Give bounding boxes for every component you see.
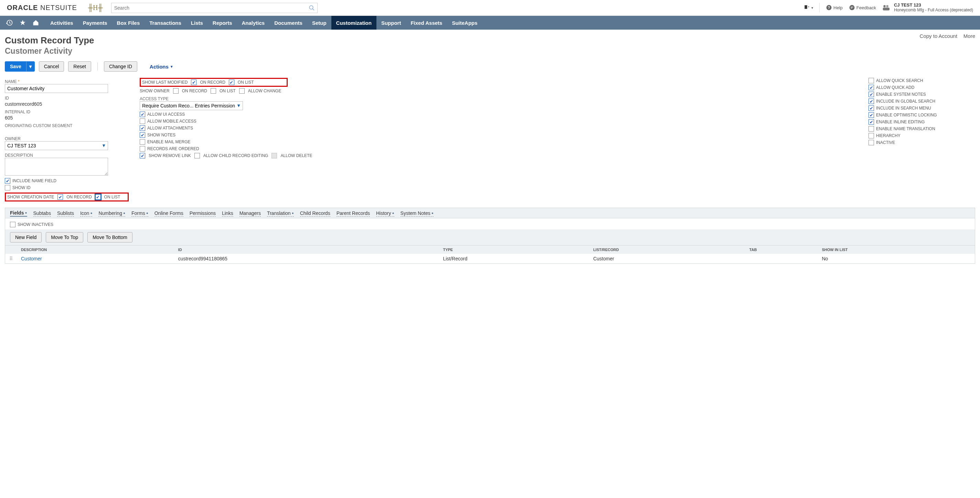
save-button[interactable]: Save▾ bbox=[5, 61, 35, 72]
row-description-link[interactable]: Customer bbox=[21, 256, 42, 262]
allow-ui-access-checkbox[interactable] bbox=[140, 112, 145, 117]
hierarchy-checkbox[interactable] bbox=[869, 133, 874, 139]
move-to-top-button[interactable]: Move To Top bbox=[46, 232, 83, 243]
show-notes-checkbox[interactable] bbox=[140, 132, 145, 138]
tab-fields[interactable]: Fields● bbox=[10, 210, 27, 217]
enable-name-translation-checkbox[interactable] bbox=[869, 126, 874, 132]
actions-menu[interactable]: Actions▼ bbox=[150, 64, 173, 70]
drag-handle-icon[interactable]: ⠿ bbox=[5, 254, 17, 263]
user-name: CJ TEST 123 bbox=[894, 3, 973, 8]
tab-icon[interactable]: Icon● bbox=[80, 210, 92, 217]
save-caret-icon[interactable]: ▾ bbox=[26, 62, 34, 71]
show-inactives-checkbox[interactable] bbox=[10, 222, 16, 227]
nav-transactions[interactable]: Transactions bbox=[145, 16, 186, 30]
user-menu[interactable]: CJ TEST 123 Honeycomb Mfg - Full Access … bbox=[882, 3, 973, 13]
enable-optimistic-locking-checkbox[interactable] bbox=[869, 112, 874, 118]
creation-on-list-checkbox[interactable] bbox=[95, 194, 101, 200]
copy-to-account-link[interactable]: Copy to Account bbox=[920, 33, 957, 39]
home-icon[interactable] bbox=[32, 19, 39, 26]
chevron-down-icon[interactable]: ▼ bbox=[102, 143, 106, 148]
cancel-button[interactable]: Cancel bbox=[39, 61, 64, 72]
allow-child-record-editing-checkbox[interactable] bbox=[194, 153, 200, 158]
tab-history[interactable]: History● bbox=[376, 210, 395, 217]
show-id-checkbox[interactable] bbox=[5, 185, 10, 190]
col-type[interactable]: TYPE bbox=[439, 246, 589, 254]
nav-analytics[interactable]: Analytics bbox=[237, 16, 270, 30]
allow-mobile-access-checkbox[interactable] bbox=[140, 118, 145, 124]
tab-online-forms[interactable]: Online Forms bbox=[154, 210, 183, 217]
tab-numbering[interactable]: Numbering● bbox=[99, 210, 125, 217]
recent-records-icon[interactable] bbox=[6, 19, 13, 26]
nav-fixed-assets[interactable]: Fixed Assets bbox=[406, 16, 447, 30]
col-description[interactable]: DESCRIPTION bbox=[17, 246, 174, 254]
owner-on-record-checkbox[interactable] bbox=[173, 88, 178, 94]
allow-quick-add-checkbox[interactable] bbox=[869, 85, 874, 90]
name-input[interactable] bbox=[5, 84, 108, 93]
col-show-in-list[interactable]: SHOW IN LIST bbox=[818, 246, 975, 254]
search-input[interactable] bbox=[111, 3, 318, 13]
search-icon[interactable] bbox=[309, 5, 315, 11]
table-row[interactable]: ⠿ Customer custrecord9941180865 List/Rec… bbox=[5, 254, 975, 263]
enable-inline-editing-checkbox[interactable] bbox=[869, 119, 874, 124]
tab-sublists[interactable]: Sublists bbox=[57, 210, 74, 217]
nav-setup[interactable]: Setup bbox=[307, 16, 331, 30]
description-textarea[interactable] bbox=[5, 158, 108, 176]
lastmod-on-list-checkbox[interactable] bbox=[229, 80, 234, 85]
nav-lists[interactable]: Lists bbox=[186, 16, 208, 30]
records-ordered-checkbox[interactable] bbox=[140, 146, 145, 152]
access-type-select[interactable]: ▼ bbox=[140, 101, 243, 110]
tab-parent-records[interactable]: Parent Records bbox=[337, 210, 370, 217]
include-search-menu-checkbox[interactable] bbox=[869, 105, 874, 111]
col-id[interactable]: ID bbox=[174, 246, 439, 254]
move-to-bottom-button[interactable]: Move To Bottom bbox=[88, 232, 132, 243]
help-link[interactable]: ? Help bbox=[826, 5, 843, 11]
include-global-search-checkbox[interactable] bbox=[869, 99, 874, 104]
tab-links[interactable]: Links bbox=[222, 210, 233, 217]
enable-system-notes-checkbox[interactable] bbox=[869, 92, 874, 97]
row-show-in-list: No bbox=[818, 254, 975, 263]
access-type-input[interactable] bbox=[140, 101, 243, 110]
owner-allow-change-checkbox[interactable] bbox=[239, 88, 245, 94]
show-creation-date-label: SHOW CREATION DATE bbox=[7, 195, 54, 200]
enable-mail-merge-checkbox[interactable] bbox=[140, 139, 145, 145]
allow-quick-search-checkbox[interactable] bbox=[869, 78, 874, 83]
nav-payments[interactable]: Payments bbox=[78, 16, 112, 30]
tab-forms[interactable]: Forms● bbox=[132, 210, 148, 217]
include-name-checkbox[interactable] bbox=[5, 178, 10, 184]
allow-delete-checkbox[interactable] bbox=[272, 153, 277, 158]
creation-on-record-checkbox[interactable] bbox=[57, 194, 63, 200]
tab-subtabs[interactable]: Subtabs bbox=[33, 210, 51, 217]
tab-system-notes[interactable]: System Notes● bbox=[401, 210, 434, 217]
reset-button[interactable]: Reset bbox=[68, 61, 91, 72]
svg-point-6 bbox=[849, 5, 854, 10]
owner-on-list-checkbox[interactable] bbox=[211, 88, 216, 94]
tab-child-records[interactable]: Child Records bbox=[300, 210, 330, 217]
feedback-link[interactable]: Feedback bbox=[849, 5, 876, 11]
owner-select[interactable]: ▼ bbox=[5, 141, 108, 150]
lastmod-on-record-checkbox[interactable] bbox=[191, 80, 196, 85]
nav-activities[interactable]: Activities bbox=[45, 16, 78, 30]
nav-reports[interactable]: Reports bbox=[208, 16, 237, 30]
nav-support[interactable]: Support bbox=[377, 16, 406, 30]
allow-attachments-checkbox[interactable] bbox=[140, 125, 145, 131]
more-link[interactable]: More bbox=[964, 33, 975, 39]
shortcuts-icon[interactable] bbox=[19, 19, 26, 26]
new-field-button[interactable]: New Field bbox=[10, 232, 41, 243]
nav-documents[interactable]: Documents bbox=[269, 16, 307, 30]
nav-box-files[interactable]: Box Files bbox=[112, 16, 145, 30]
col-list-record[interactable]: LIST/RECORD bbox=[589, 246, 745, 254]
tab-translation[interactable]: Translation● bbox=[267, 210, 294, 217]
chevron-down-icon: ▼ bbox=[170, 65, 173, 69]
nav-customization[interactable]: Customization bbox=[331, 16, 377, 30]
owner-input[interactable] bbox=[5, 141, 108, 150]
tab-permissions[interactable]: Permissions bbox=[189, 210, 216, 217]
show-remove-link-checkbox[interactable] bbox=[140, 153, 145, 158]
create-new-icon[interactable]: +▾ bbox=[804, 5, 813, 11]
tab-managers[interactable]: Managers bbox=[240, 210, 261, 217]
global-search[interactable] bbox=[111, 3, 318, 13]
inactive-checkbox[interactable] bbox=[869, 140, 874, 145]
change-id-button[interactable]: Change ID bbox=[104, 61, 137, 72]
nav-suiteapps[interactable]: SuiteApps bbox=[447, 16, 482, 30]
chevron-down-icon[interactable]: ▼ bbox=[236, 103, 241, 108]
col-tab[interactable]: TAB bbox=[745, 246, 818, 254]
